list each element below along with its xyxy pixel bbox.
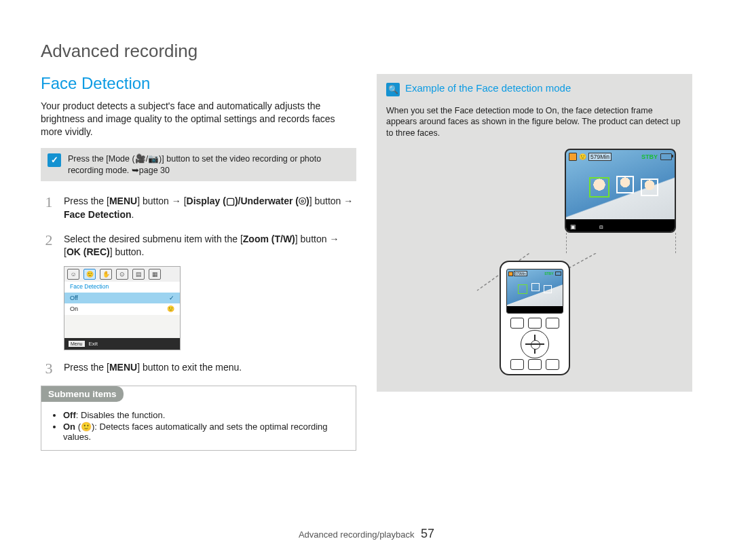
page-footer: Advanced recording/playback 57 xyxy=(0,527,733,541)
time-chip: 579Min xyxy=(588,153,612,161)
lcd-tab-icon: ✋ xyxy=(100,269,112,280)
check-icon: ✓ xyxy=(169,294,174,303)
face-frame-secondary xyxy=(531,283,540,291)
lcd-illustration: ☺ 🙂 ✋ ⊙ ▤ ▦ Face Detection Off ✓ xyxy=(64,266,181,350)
scene-icon xyxy=(508,272,513,276)
device-button xyxy=(546,318,559,329)
time-chip: 579Min xyxy=(514,271,527,276)
example-title: Example of the Face detection mode xyxy=(405,82,571,94)
lcd-exit-label: Exit xyxy=(89,340,98,348)
connector-area: 579Min STBY xyxy=(386,246,683,375)
stby-label: STBY xyxy=(544,272,553,276)
step-3: Press the [MENU] button to exit the menu… xyxy=(41,361,356,375)
face-frame-secondary xyxy=(616,176,634,193)
battery-icon xyxy=(555,272,561,276)
step-1: Press the [MENU] button → [Display (▢)/U… xyxy=(41,195,356,221)
check-icon: ✓ xyxy=(48,153,61,167)
precondition-note: ✓ Press the [Mode (🎥/📷)] button to set t… xyxy=(41,148,356,182)
left-column: Face Detection Your product detects a su… xyxy=(41,74,356,451)
device-button xyxy=(528,359,542,370)
device-buttons xyxy=(501,318,569,370)
device-illustration: 579Min STBY xyxy=(500,261,570,375)
example-body: When you set the Face detection mode to … xyxy=(386,105,683,140)
scene-icon xyxy=(569,153,577,161)
device-button xyxy=(510,359,524,370)
page-number: 57 xyxy=(421,527,434,540)
face-frame-secondary xyxy=(544,285,552,293)
setting-icon: ⧈ xyxy=(599,223,603,230)
lcd-footer: Menu Exit xyxy=(64,338,180,350)
lcd-tab-icon: ☺ xyxy=(67,269,79,280)
lcd-tab-icon: ▦ xyxy=(149,269,161,280)
lcd-tabs: ☺ 🙂 ✋ ⊙ ▤ ▦ xyxy=(64,267,180,282)
lcd-list-title: Face Detection xyxy=(64,282,180,293)
battery-icon xyxy=(660,153,672,160)
right-column: 🔍 Example of the Face detection mode Whe… xyxy=(377,74,692,451)
magnifier-icon: 🔍 xyxy=(386,83,400,96)
device-button xyxy=(546,359,559,370)
intro-text: Your product detects a subject's face an… xyxy=(41,100,356,138)
device-screen: 579Min STBY xyxy=(506,269,563,314)
footer-section: Advanced recording/playback xyxy=(299,529,415,540)
face-frame-primary xyxy=(589,177,609,198)
lcd-tab-icon: ▤ xyxy=(132,269,145,280)
stby-label: STBY xyxy=(641,153,658,160)
face-icon: 🙂 xyxy=(167,305,174,314)
example-box: 🔍 Example of the Face detection mode Whe… xyxy=(377,74,692,392)
submenu-header: Submenu items xyxy=(41,386,124,402)
lcd-item-on: On 🙂 xyxy=(64,303,180,315)
lcd-off-label: Off xyxy=(70,294,78,303)
lcd-on-label: On xyxy=(70,305,78,314)
device-button xyxy=(528,318,542,329)
lcd-tab-icon: ⊙ xyxy=(116,269,128,280)
device-button xyxy=(510,318,524,329)
submenu-body: Off: Disables the function. On (🙂): Dete… xyxy=(41,402,356,450)
monitor-screen: 🙂 579Min STBY ▣ ⧈ xyxy=(565,149,676,233)
menu-tag: Menu xyxy=(69,341,85,348)
dpad xyxy=(521,330,549,358)
lcd-item-off: Off ✓ xyxy=(64,293,180,304)
step-2: Select the desired submenu item with the… xyxy=(41,233,356,350)
face-frame-secondary xyxy=(641,179,658,196)
submenu-box: Submenu items Off: Disables the function… xyxy=(41,386,356,451)
lcd-tab-active-icon: 🙂 xyxy=(83,269,96,280)
face-frame-primary xyxy=(518,284,527,294)
steps-list: Press the [MENU] button → [Display (▢)/U… xyxy=(41,195,356,374)
mode-icon: ▣ xyxy=(570,223,576,230)
precondition-text: Press the [Mode (🎥/📷)] button to set the… xyxy=(68,153,350,176)
section-title: Face Detection xyxy=(41,74,356,93)
face-icon: 🙂 xyxy=(579,153,586,160)
chapter-title: Advanced recording xyxy=(41,41,692,62)
